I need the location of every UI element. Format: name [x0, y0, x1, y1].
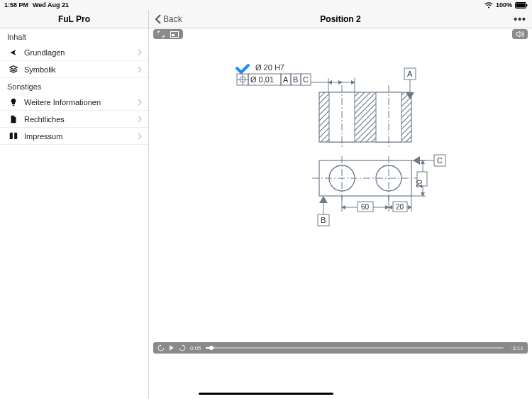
chevron-right-icon — [137, 63, 143, 76]
datum-c: C — [437, 156, 443, 165]
svg-rect-1 — [516, 3, 526, 7]
sidebar-item-label: Symbolik — [20, 65, 137, 74]
back-label: Back — [163, 14, 182, 24]
dim-60: 60 — [361, 203, 370, 211]
section-header-sonstiges: Sonstiges — [0, 78, 148, 94]
content-area: Ø 20 H7 Ø 0,01 A B — [149, 40, 532, 342]
media-player: 0:05 -3:11 — [153, 342, 528, 354]
page-title: Position 2 — [149, 14, 532, 24]
player-skip-button[interactable] — [179, 344, 186, 351]
back-button[interactable]: Back — [155, 14, 182, 24]
player-play-button[interactable] — [169, 344, 174, 351]
wifi-icon — [484, 2, 493, 9]
chevron-right-icon — [137, 130, 143, 143]
player-track[interactable] — [206, 347, 504, 349]
drawing-ref-b: B — [293, 75, 298, 84]
chevron-right-icon — [137, 96, 143, 109]
sidebar-item-label: Rechtliches — [20, 115, 137, 124]
chevron-right-icon — [137, 46, 143, 59]
sidebar-item-impressum[interactable]: Impressum — [0, 128, 148, 145]
sidebar-item-label: Impressum — [20, 132, 137, 141]
sidebar-title: FuL Pro — [0, 10, 148, 28]
technical-drawing: Ø 20 H7 Ø 0,01 A B — [227, 61, 454, 248]
tool-sound-button[interactable] — [512, 29, 528, 39]
chevron-right-icon — [137, 113, 143, 126]
dim-20: 20 — [396, 203, 404, 211]
sidebar-item-label: Grundlagen — [20, 48, 137, 57]
svg-rect-2 — [526, 4, 528, 6]
sidebar-item-label: Weitere Informationen — [20, 98, 137, 106]
toolbar — [149, 28, 532, 40]
sidebar: FuL Pro Inhalt Grundlagen Symbolik Sonst… — [0, 10, 149, 399]
player-knob[interactable] — [209, 346, 214, 350]
share-icon — [7, 48, 20, 58]
sidebar-item-symbolik[interactable]: Symbolik — [0, 61, 148, 78]
drawing-tol-spec: Ø 20 H7 — [255, 63, 284, 72]
drawing-ref-a: A — [283, 75, 289, 84]
datum-b: B — [321, 216, 326, 224]
book-icon — [7, 131, 20, 141]
sidebar-item-grundlagen[interactable]: Grundlagen — [0, 44, 148, 61]
drawing-ref-c: C — [303, 75, 309, 84]
status-date: Wed Aug 21 — [33, 1, 69, 9]
stack-icon — [7, 65, 20, 75]
section-header-inhalt: Inhalt — [0, 28, 148, 44]
tool-expand-button[interactable] — [153, 29, 183, 39]
battery-icon — [515, 2, 528, 9]
doc-icon — [7, 114, 20, 124]
status-bar: 1:58 PM Wed Aug 21 100% — [0, 0, 532, 10]
more-button[interactable]: ••• — [514, 13, 526, 25]
player-restart-button[interactable] — [157, 344, 165, 351]
player-remaining: -3:11 — [511, 345, 523, 351]
nav-bar: Back Position 2 ••• — [149, 10, 532, 28]
drawing-tol-val: Ø 0,01 — [250, 75, 274, 84]
main: Back Position 2 ••• — [149, 10, 532, 399]
sidebar-item-weitere[interactable]: Weitere Informationen — [0, 94, 148, 111]
status-time: 1:58 PM — [4, 1, 28, 9]
dim-20v: 20 — [416, 180, 423, 188]
datum-a: A — [407, 70, 413, 78]
home-indicator — [199, 393, 333, 395]
sidebar-item-rechtliches[interactable]: Rechtliches — [0, 111, 148, 128]
player-elapsed: 0:05 — [190, 345, 201, 351]
svg-rect-4 — [172, 34, 174, 36]
battery-percent: 100% — [496, 1, 512, 9]
bulb-icon — [7, 97, 20, 107]
